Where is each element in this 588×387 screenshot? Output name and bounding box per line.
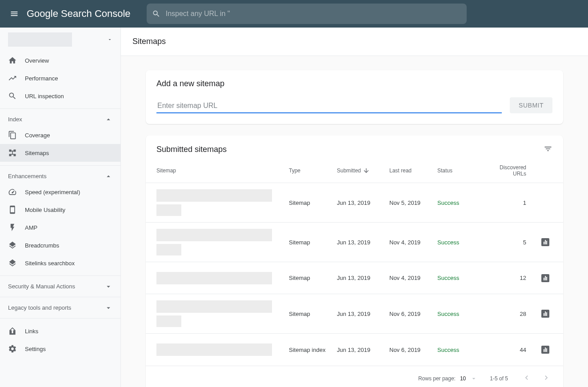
- search-icon: [152, 9, 160, 18]
- table-footer: Rows per page: 10 1-5 of 5: [146, 366, 563, 387]
- chevron-up-icon: [104, 116, 112, 124]
- layers-icon: [8, 241, 17, 250]
- sidebar-item-mobile-usability[interactable]: Mobile Usability: [0, 201, 120, 219]
- nav-label: Settings: [25, 346, 46, 352]
- view-chart-button[interactable]: [541, 238, 549, 246]
- rows-per-page-label: Rows per page:: [418, 375, 456, 382]
- cell-type: Sitemap: [289, 311, 333, 317]
- page-title: Sitemaps: [132, 37, 166, 46]
- col-discovered[interactable]: Discovered URLs: [485, 164, 526, 177]
- rows-per-page-value[interactable]: 10: [460, 375, 466, 382]
- sidebar-item-links[interactable]: Links: [0, 322, 120, 340]
- layers-icon: [8, 259, 17, 267]
- bar-chart-icon: [544, 240, 547, 244]
- bar-chart-icon: [544, 311, 547, 316]
- section-security-label: Security & Manual Actions: [8, 283, 75, 290]
- table-row[interactable]: SitemapJun 13, 2019Nov 4, 2019Success5: [146, 223, 563, 262]
- nav-label: Sitemaps: [25, 150, 49, 156]
- sidebar-item-sitemaps[interactable]: Sitemaps: [0, 144, 120, 162]
- view-chart-button[interactable]: [541, 310, 549, 318]
- cell-type: Sitemap: [289, 239, 333, 246]
- sitemap-url-input[interactable]: [156, 99, 502, 113]
- sidebar-item-performance[interactable]: Performance: [0, 69, 120, 87]
- dropdown-icon[interactable]: [470, 375, 477, 382]
- col-last-read[interactable]: Last read: [389, 168, 434, 174]
- cell-last-read: Nov 4, 2019: [389, 239, 434, 246]
- cell-submitted: Jun 13, 2019: [337, 311, 386, 317]
- section-security[interactable]: Security & Manual Actions: [0, 275, 120, 293]
- cell-submitted: Jun 13, 2019: [337, 347, 386, 353]
- sidebar-item-settings[interactable]: Settings: [0, 340, 120, 358]
- nav-label: Mobile Usability: [25, 207, 65, 213]
- sidebar-item-url-inspection[interactable]: URL inspection: [0, 87, 120, 105]
- table-row[interactable]: SitemapJun 13, 2019Nov 5, 2019Success1: [146, 183, 563, 223]
- cell-last-read: Nov 6, 2019: [389, 347, 434, 353]
- nav-label: Sitelinks searchbox: [25, 260, 75, 267]
- col-type[interactable]: Type: [289, 168, 333, 174]
- hamburger-menu-button[interactable]: [4, 3, 25, 24]
- table-row[interactable]: Sitemap indexJun 13, 2019Nov 6, 2019Succ…: [146, 334, 563, 366]
- links-icon: [8, 327, 17, 335]
- nav-label: AMP: [25, 224, 37, 231]
- pagination-range: 1-5 of 5: [490, 375, 508, 382]
- table-row[interactable]: SitemapJun 13, 2019Nov 6, 2019Success28: [146, 294, 563, 334]
- sidebar-item-speed-experimental-[interactable]: Speed (experimental): [0, 183, 120, 201]
- chevron-down-icon: [104, 304, 112, 312]
- bar-chart-icon: [544, 347, 547, 352]
- amp-icon: [8, 223, 17, 232]
- table-header: Sitemap Type Submitted Last read Status …: [146, 158, 563, 183]
- cell-discovered: 5: [485, 239, 526, 246]
- sitemap-name-redacted: [156, 189, 285, 216]
- cell-last-read: Nov 6, 2019: [389, 311, 434, 317]
- speed-icon: [8, 188, 17, 196]
- sitemap-name-redacted: [156, 300, 285, 327]
- cell-discovered: 1: [485, 199, 526, 206]
- logo-google: Google: [27, 8, 58, 19]
- cell-discovered: 12: [485, 275, 526, 281]
- cell-submitted: Jun 13, 2019: [337, 275, 386, 281]
- cell-type: Sitemap: [289, 199, 333, 206]
- col-sitemap[interactable]: Sitemap: [156, 168, 285, 174]
- section-legacy[interactable]: Legacy tools and reports: [0, 297, 120, 315]
- nav-label: Breadcrumbs: [25, 242, 59, 249]
- sidebar-item-sitelinks-searchbox[interactable]: Sitelinks searchbox: [0, 254, 120, 272]
- chevron-left-icon: [522, 373, 531, 382]
- col-status[interactable]: Status: [437, 168, 482, 174]
- col-submitted[interactable]: Submitted: [337, 167, 386, 174]
- next-page-button[interactable]: [540, 371, 552, 385]
- sidebar-item-amp[interactable]: AMP: [0, 219, 120, 236]
- cell-status: Success: [437, 239, 482, 246]
- property-name-redacted: [8, 32, 72, 47]
- prev-page-button[interactable]: [520, 371, 533, 385]
- search-icon: [8, 92, 17, 100]
- section-enhancements-label: Enhancements: [8, 173, 47, 180]
- sidebar: OverviewPerformanceURL inspection Index …: [0, 28, 121, 387]
- view-chart-button[interactable]: [541, 274, 549, 282]
- section-index[interactable]: Index: [0, 108, 120, 126]
- submitted-sitemaps-card: Submitted sitemaps Sitemap Type Submitte…: [146, 136, 563, 387]
- home-icon: [8, 56, 17, 65]
- sidebar-item-overview[interactable]: Overview: [0, 52, 120, 69]
- nav-label: Coverage: [25, 132, 50, 139]
- cell-type: Sitemap index: [289, 347, 333, 353]
- chevron-down-icon: [104, 283, 112, 291]
- bar-chart-icon: [544, 276, 547, 280]
- table-row[interactable]: SitemapJun 13, 2019Nov 4, 2019Success12: [146, 262, 563, 294]
- view-chart-button[interactable]: [541, 346, 549, 354]
- section-enhancements[interactable]: Enhancements: [0, 165, 120, 183]
- submitted-sitemaps-title: Submitted sitemaps: [156, 145, 227, 154]
- property-selector[interactable]: [0, 28, 120, 52]
- url-inspection-search[interactable]: [147, 4, 467, 24]
- page-header: Sitemaps: [121, 28, 588, 56]
- sidebar-item-coverage[interactable]: Coverage: [0, 126, 120, 144]
- cell-status: Success: [437, 199, 482, 206]
- sidebar-item-breadcrumbs[interactable]: Breadcrumbs: [0, 236, 120, 254]
- nav-label: Overview: [25, 57, 49, 64]
- sitemap-name-redacted: [156, 229, 285, 255]
- search-input[interactable]: [166, 10, 461, 18]
- filter-button[interactable]: [544, 144, 552, 155]
- cell-type: Sitemap: [289, 275, 333, 281]
- chevron-right-icon: [542, 373, 551, 382]
- nav-label: Links: [25, 328, 38, 335]
- submit-button[interactable]: SUBMIT: [510, 97, 552, 113]
